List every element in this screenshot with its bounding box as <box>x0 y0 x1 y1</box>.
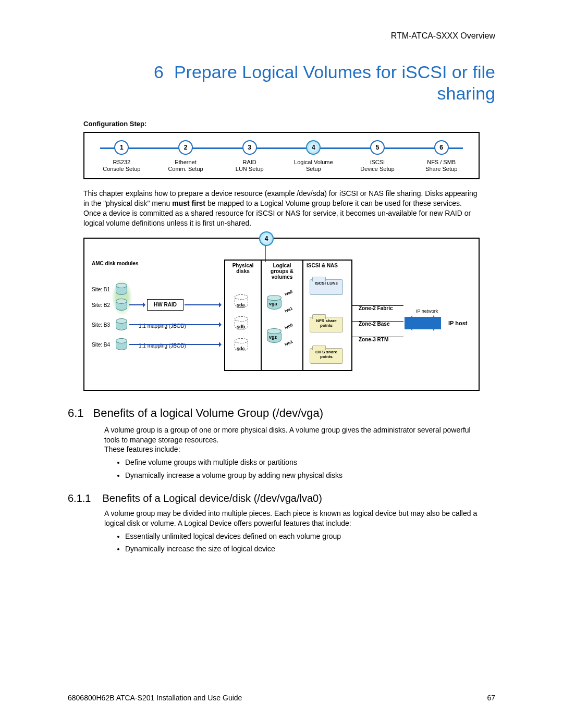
step-circle: 6 <box>434 140 449 155</box>
step-label: RAIDLUN Setup <box>217 159 282 174</box>
disk-icon <box>116 340 127 350</box>
ip-host-label: IP host <box>448 320 467 326</box>
step-circle: 5 <box>370 140 385 155</box>
section-6-1-1-heading: 6.1.1Benefits of a Logical device/disk (… <box>68 492 495 504</box>
step-circle: 3 <box>242 140 257 155</box>
step-circle: 1 <box>114 140 129 155</box>
arrow-icon <box>129 304 145 305</box>
chapter-number: 6 <box>154 62 164 82</box>
chapter-title: 6Prepare Logical Volumes for iSCSI or fi… <box>99 61 495 104</box>
site-b2: Site: B2 <box>92 302 110 308</box>
arrow-icon <box>129 324 221 325</box>
step-circle: 4 <box>306 140 321 155</box>
step-label: Logical VolumeSetup <box>282 159 346 174</box>
arrow-icon <box>129 344 221 345</box>
arrow-icon <box>185 304 221 305</box>
nfs-folder: NFS share points <box>310 317 343 332</box>
disk-icon <box>116 320 127 330</box>
step-2: 2EthernetComm. Setup <box>154 140 218 174</box>
ip-arrow-icon <box>405 317 441 329</box>
chapter-title-text: Prepare Logical Volumes for iSCSI or fil… <box>174 62 495 103</box>
architecture-diagram: 4 AMC disk modules Site: B1 Site: B2 Sit… <box>83 238 480 391</box>
step-label: EthernetComm. Setup <box>154 159 218 174</box>
zone-label: Zone-3 RTM <box>359 337 388 342</box>
physical-disks-box: Physical disks <box>224 260 262 371</box>
page-header: RTM-ATCA-SXXX Overview <box>68 31 495 41</box>
section-6-1-body: A volume group is a group of one or more… <box>104 425 480 455</box>
step-5: 5iSCSIDevice Setup <box>346 140 410 174</box>
intro-paragraph: This chapter explains how to prepare a d… <box>83 189 480 228</box>
step-label: iSCSIDevice Setup <box>346 159 410 174</box>
site-b3: Site: B3 <box>92 322 110 328</box>
footer-left: 6806800H62B ATCA-S201 Installation and U… <box>68 694 242 702</box>
step-4: 4Logical VolumeSetup <box>282 140 346 174</box>
site-b1: Site: B1 <box>92 287 110 292</box>
page-footer: 6806800H62B ATCA-S201 Installation and U… <box>68 694 495 702</box>
diagram-step-callout: 4 <box>259 231 274 246</box>
step-1: 1RS232Console Setup <box>90 140 154 174</box>
step-label: RS232Console Setup <box>90 159 154 174</box>
site-b4: Site: B4 <box>92 342 110 348</box>
disk-icon <box>116 285 127 295</box>
cifs-folder: CIFS share points <box>310 348 343 364</box>
step-6: 6NFS / SMBShare Setup <box>409 140 473 174</box>
section-6-1-1-body: A volume group may be divided into multi… <box>104 509 480 528</box>
section-6-1-1-bullets: Essentially unlimited logical devices de… <box>125 530 495 555</box>
step-circle: 2 <box>178 140 193 155</box>
step-label: NFS / SMBShare Setup <box>409 159 473 174</box>
zone-label: Zone-2 Base <box>359 321 389 327</box>
step-3: 3RAIDLUN Setup <box>217 140 282 174</box>
section-6-1-heading: 6.1Benefits of a logical Volume Group (/… <box>68 406 495 420</box>
section-6-1-bullets: Define volume groups with multiple disks… <box>125 456 495 481</box>
disk-icon <box>116 300 127 311</box>
step-progress-box: 1RS232Console Setup2EthernetComm. Setup3… <box>83 132 480 180</box>
config-step-label: Configuration Step: <box>83 120 495 128</box>
iscsi-luns-folder: iSCSI LUNs <box>310 279 343 295</box>
hw-raid-box: HW RAID <box>147 299 183 311</box>
logical-groups-box: Logical groups & volumes <box>261 260 303 371</box>
zone-label: Zone-2 Fabric <box>359 305 393 311</box>
page-number: 67 <box>487 694 495 702</box>
ip-network-label: IP network <box>416 309 438 314</box>
amc-title: AMC disk modules <box>92 261 138 266</box>
